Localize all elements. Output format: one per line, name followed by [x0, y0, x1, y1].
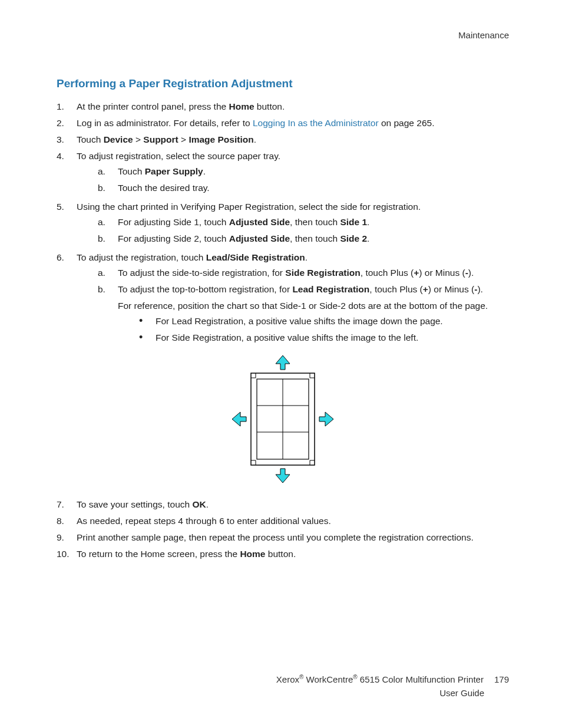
step-content: At the printer control panel, press the … [77, 100, 509, 114]
section-heading: Performing a Paper Registration Adjustme… [57, 75, 509, 92]
diagram-svg [229, 354, 337, 484]
text: button. [254, 101, 285, 111]
sub-b: b. For adjusting Side 2, touch Adjusted … [98, 232, 509, 246]
text: . [206, 499, 209, 509]
sub-content: To adjust the side-to-side registration,… [118, 266, 509, 280]
step-number: 8. [57, 514, 77, 528]
text: ) or Minus ( [428, 284, 474, 294]
sub-letter: a. [98, 215, 118, 229]
bold: Support [143, 134, 178, 144]
step-1: 1. At the printer control panel, press t… [57, 100, 509, 114]
bold: + [414, 268, 419, 278]
bold: Lead/Side Registration [206, 252, 305, 262]
text: Touch [77, 134, 104, 144]
text: Log in as administrator. For details, re… [77, 118, 253, 128]
text: , touch Plus ( [361, 268, 414, 278]
sub-list: a. Touch Paper Supply. b. Touch the desi… [98, 164, 509, 195]
text: To adjust the registration, touch [77, 252, 206, 262]
step-5: 5. Using the chart printed in Verifying … [57, 200, 509, 248]
instruction-list-cont: 7. To save your settings, touch OK. 8. A… [57, 498, 509, 561]
step-number: 5. [57, 200, 77, 214]
page-number: 179 [494, 673, 509, 686]
step-8: 8. As needed, repeat steps 4 through 6 t… [57, 514, 509, 528]
text: , then touch [290, 217, 340, 227]
bullet-list: • For Lead Registration, a positive valu… [139, 314, 509, 345]
svg-marker-2 [232, 412, 246, 426]
footer-brand: Xerox [276, 674, 299, 684]
bullet-icon: • [139, 331, 156, 344]
text: ) or Minus ( [419, 268, 465, 278]
step-number: 4. [57, 149, 77, 163]
page-footer: Xerox® WorkCentre® 6515 Color Multifunct… [57, 673, 509, 700]
instruction-list: 1. At the printer control panel, press t… [57, 100, 509, 350]
step-number: 7. [57, 498, 77, 512]
footer-model: 6515 Color Multifunction Printer [358, 674, 484, 684]
text: . [305, 252, 308, 262]
step-3: 3. Touch Device > Support > Image Positi… [57, 133, 509, 147]
sub-letter: b. [98, 232, 118, 246]
svg-marker-0 [276, 355, 290, 370]
step-content: To save your settings, touch OK. [77, 498, 509, 512]
bold: OK [192, 499, 206, 509]
footer-subtitle: User Guide [57, 686, 509, 700]
registration-diagram [57, 354, 509, 488]
sub-letter: b. [98, 282, 118, 297]
sub-b: b. Touch the desired tray. [98, 181, 509, 195]
step-content: To adjust registration, select the sourc… [77, 149, 509, 197]
text: . [367, 233, 369, 243]
step-2: 2. Log in as administrator. For details,… [57, 116, 509, 130]
step-6: 6. To adjust the registration, touch Lea… [57, 251, 509, 350]
bold: Paper Supply [145, 166, 203, 176]
registered-icon: ® [353, 674, 357, 680]
sub-letter: a. [98, 164, 118, 179]
text: To return to the Home screen, press the [77, 549, 240, 559]
text: For adjusting Side 2, touch [118, 233, 229, 243]
step-content: To return to the Home screen, press the … [77, 547, 509, 561]
text: To save your settings, touch [77, 499, 192, 509]
text: To adjust the top-to-bottom registration… [118, 284, 292, 294]
text: button. [266, 549, 296, 559]
bold: Lead Registration [292, 284, 369, 294]
step-content: To adjust the registration, touch Lead/S… [77, 251, 509, 350]
step-number: 6. [57, 251, 77, 265]
bullet-item: • For Side Registration, a positive valu… [139, 331, 509, 345]
step-number: 3. [57, 133, 77, 147]
sub-content: To adjust the top-to-bottom registration… [118, 282, 509, 347]
bullet-icon: • [139, 314, 156, 328]
bullet-text: For Lead Registration, a positive value … [156, 314, 509, 328]
bullet-item: • For Lead Registration, a positive valu… [139, 314, 509, 328]
step-10: 10. To return to the Home screen, press … [57, 547, 509, 561]
text: To adjust the side-to-side registration,… [118, 268, 285, 278]
admin-login-link[interactable]: Logging In as the Administrator [253, 118, 379, 128]
bold: + [423, 284, 428, 294]
step-7: 7. To save your settings, touch OK. [57, 498, 509, 512]
step-content: Using the chart printed in Verifying Pap… [77, 200, 509, 248]
step-number: 2. [57, 116, 77, 130]
bold: Side Registration [285, 268, 360, 278]
bold: Home [240, 549, 265, 559]
bold: Device [104, 134, 133, 144]
bold: Adjusted Side [229, 217, 290, 227]
step-number: 1. [57, 100, 77, 114]
svg-marker-1 [276, 469, 290, 483]
text: . [254, 134, 256, 144]
sub-list: a. To adjust the side-to-side registrati… [98, 266, 509, 347]
bullet-text: For Side Registration, a positive value … [156, 331, 509, 345]
sub-a: a. Touch Paper Supply. [98, 164, 509, 179]
sub-content: Touch Paper Supply. [118, 164, 509, 179]
step-content: Print another sample page, then repeat t… [77, 531, 509, 545]
page-header-section: Maintenance [57, 28, 509, 42]
sub-letter: a. [98, 266, 118, 280]
bold: Home [229, 101, 254, 111]
sub-a: a. For adjusting Side 1, touch Adjusted … [98, 215, 509, 229]
step-content: As needed, repeat steps 4 through 6 to e… [77, 514, 509, 528]
text: For reference, position the chart so tha… [118, 299, 509, 313]
step-9: 9. Print another sample page, then repea… [57, 531, 509, 545]
step-content: Touch Device > Support > Image Position. [77, 133, 509, 147]
text: . [203, 166, 206, 176]
text: Touch [118, 166, 145, 176]
step-content: Log in as administrator. For details, re… [77, 116, 509, 130]
bold: Image Position [189, 134, 253, 144]
text: > [178, 134, 189, 144]
text: For adjusting Side 1, touch [118, 217, 229, 227]
